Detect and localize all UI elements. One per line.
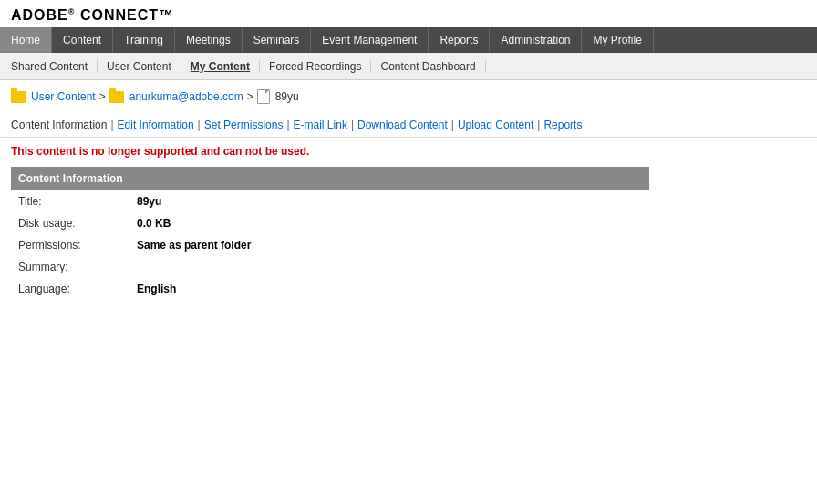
nav-item-meetings[interactable]: Meetings (175, 27, 243, 53)
nav-item-event-management[interactable]: Event Management (311, 27, 429, 53)
logo-adobe: ADOBE (11, 7, 68, 23)
warning-message: This content is no longer supported and … (11, 145, 806, 158)
logo-connect: CONNECT™ (80, 7, 174, 23)
sub-nav-my-content[interactable]: My Content (181, 60, 260, 73)
nav-item-training[interactable]: Training (113, 27, 175, 53)
action-sep-5: | (451, 118, 454, 131)
table-row: Language:English (11, 278, 649, 300)
info-value (129, 256, 649, 278)
table-row: Summary: (11, 256, 649, 278)
sub-nav: Shared Content User Content My Content F… (0, 53, 817, 80)
info-value: 0.0 KB (129, 212, 649, 234)
content-area: This content is no longer supported and … (0, 138, 817, 307)
sub-nav-forced-recordings[interactable]: Forced Recordings (260, 60, 371, 73)
sub-nav-content-dashboard[interactable]: Content Dashboard (371, 60, 485, 73)
action-sep-2: | (198, 118, 201, 131)
nav-item-content[interactable]: Content (52, 27, 113, 53)
action-download-content[interactable]: Download Content (357, 118, 448, 131)
breadcrumb-user-content[interactable]: User Content (31, 90, 96, 103)
info-label: Permissions: (11, 234, 129, 256)
info-label: Title: (11, 190, 129, 212)
content-info-table: Content Information Title:89yuDisk usage… (11, 167, 649, 300)
action-bar: Content Information | Edit Information |… (0, 113, 817, 138)
action-content-information[interactable]: Content Information (11, 118, 107, 131)
folder-icon-user-content (11, 91, 26, 103)
action-set-permissions[interactable]: Set Permissions (204, 118, 284, 131)
table-row: Disk usage:0.0 KB (11, 212, 649, 234)
breadcrumb-sep-1: > (99, 90, 106, 103)
info-label: Language: (11, 278, 129, 300)
info-label: Summary: (11, 256, 129, 278)
action-upload-content[interactable]: Upload Content (458, 118, 533, 131)
nav-item-my-profile[interactable]: My Profile (582, 27, 653, 53)
breadcrumb-sep-2: > (247, 90, 253, 103)
action-email-link[interactable]: E-mail Link (294, 118, 347, 131)
breadcrumb: User Content > anurkuma@adobe.com > 89yu (0, 80, 817, 113)
info-value: English (129, 278, 649, 300)
table-row: Title:89yu (11, 190, 649, 212)
info-value: 89yu (129, 190, 649, 212)
logo-bar: ADOBE® CONNECT™ (0, 0, 817, 27)
action-edit-information[interactable]: Edit Information (118, 118, 194, 131)
info-value: Same as parent folder (129, 234, 649, 256)
action-sep-1: | (110, 118, 113, 131)
action-sep-6: | (537, 118, 540, 131)
folder-icon-email (109, 91, 124, 103)
file-icon-89yu (257, 89, 270, 104)
sub-nav-shared-content[interactable]: Shared Content (7, 60, 98, 73)
breadcrumb-email[interactable]: anurkuma@adobe.com (129, 90, 243, 103)
logo: ADOBE® CONNECT™ (11, 7, 174, 23)
action-sep-4: | (351, 118, 354, 131)
nav-item-administration[interactable]: Administration (490, 27, 582, 53)
table-row: Permissions:Same as parent folder (11, 234, 649, 256)
info-label: Disk usage: (11, 212, 129, 234)
action-sep-3: | (286, 118, 289, 131)
main-nav: Home Content Training Meetings Seminars … (0, 27, 817, 53)
nav-item-home[interactable]: Home (0, 27, 52, 53)
nav-item-reports[interactable]: Reports (429, 27, 490, 53)
sub-nav-user-content[interactable]: User Content (98, 60, 181, 73)
nav-item-seminars[interactable]: Seminars (243, 27, 312, 53)
action-reports[interactable]: Reports (543, 118, 582, 131)
content-info-header: Content Information (11, 167, 649, 190)
breadcrumb-current: 89yu (275, 90, 299, 103)
registered-mark: ® (68, 7, 76, 16)
